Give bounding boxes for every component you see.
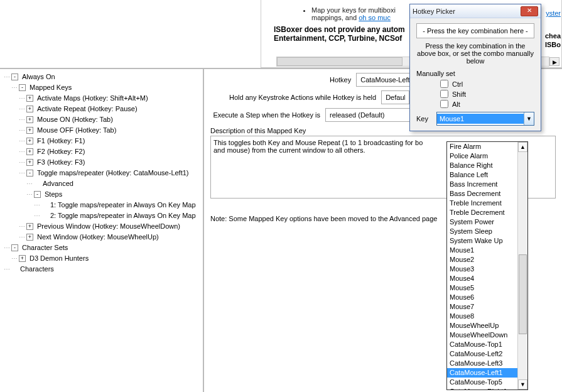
tree-label: F1 (Hotkey: F1) (36, 136, 86, 146)
hold-field[interactable] (381, 90, 409, 104)
doc-scroll-right[interactable]: ▶ (549, 57, 559, 66)
dropdown-option[interactable]: CataMouse-Left2 (447, 349, 527, 359)
tree-item[interactable]: ⋯+Previous Window (Hotkey: MouseWheelDow… (4, 221, 203, 232)
tree-item[interactable]: ⋯2: Toggle maps/repeater in Always On Ke… (4, 210, 203, 221)
doc-link[interactable]: oh so muc (359, 14, 391, 21)
tree-item[interactable]: ⋯+D3 Demon Hunters (4, 253, 203, 264)
doc-cutoff-link[interactable]: yster (546, 9, 561, 17)
tree-item[interactable]: ⋯+F3 (Hotkey: F3) (4, 157, 203, 168)
tree-toggle-icon[interactable]: + (26, 223, 33, 230)
tree-item[interactable]: ⋯Characters (4, 264, 203, 275)
dropdown-option[interactable]: MouseWheelDown (447, 330, 527, 340)
tree-label: Characters (19, 264, 55, 274)
doc-cutoff2: ISBo (545, 41, 561, 48)
tree-item[interactable]: ⋯+Mouse ON (Hotkey: Tab) (4, 114, 203, 125)
tree-label: Activate Maps (Hotkey: Shift+Alt+M) (36, 94, 149, 103)
dropdown-scrollbar[interactable]: ▲ ▼ (517, 142, 527, 389)
tree-item[interactable]: ⋯+Activate Repeat (Hotkey: Pause) (4, 104, 203, 114)
tree-label: Mouse ON (Hotkey: Tab) (36, 115, 114, 124)
dropdown-option[interactable]: System Wake Up (447, 236, 527, 246)
key-combo[interactable]: Mouse1 ▼ (436, 112, 534, 126)
dropdown-option[interactable]: CataMouse-Left3 (447, 359, 527, 368)
tree-item[interactable]: ⋯1: Toggle maps/repeater in Always On Ke… (4, 200, 203, 210)
tree-label: Character Sets (21, 243, 69, 253)
scroll-thumb[interactable] (519, 254, 527, 334)
exec-label: Execute a Step when the Hotkey is (210, 111, 320, 119)
tree-toggle-icon[interactable]: + (26, 234, 33, 241)
tree-toggle-icon[interactable]: + (26, 106, 33, 112)
doc-scroll-thumb[interactable] (277, 57, 403, 66)
dropdown-option[interactable]: Mouse6 (447, 293, 527, 302)
dialog-hint: Press the key combination in the above b… (416, 42, 534, 65)
doc-bullet-suffix: mappings, and (311, 14, 359, 21)
dropdown-option[interactable]: Bass Increment (447, 180, 527, 189)
tree-toggle-icon[interactable]: - (11, 244, 18, 251)
dropdown-option[interactable]: Police Alarm (447, 151, 527, 161)
tree-toggle-icon[interactable]: - (26, 170, 33, 177)
dropdown-option[interactable]: Mouse7 (447, 302, 527, 312)
tree-toggle-icon[interactable]: + (19, 255, 26, 262)
shift-checkbox[interactable] (440, 90, 448, 98)
tree-toggle-icon[interactable]: + (26, 95, 33, 102)
tree-item[interactable]: ⋯+F2 (Hotkey: F2) (4, 146, 203, 157)
doc-line1: ISBoxer does not provide any autom (274, 25, 405, 34)
key-dropdown-list[interactable]: Fire AlarmPolice AlarmBalance RightBalan… (446, 141, 528, 390)
tree-item[interactable]: ⋯+Next Window (Hotkey: MouseWheelUp) (4, 232, 203, 242)
dropdown-option[interactable]: Mouse2 (447, 255, 527, 264)
tree-toggle-icon[interactable]: + (26, 127, 33, 134)
dropdown-option[interactable]: Mouse4 (447, 274, 527, 283)
dropdown-option[interactable]: Mouse1 (447, 246, 527, 255)
shift-label: Shift (452, 90, 466, 98)
dropdown-option[interactable]: Bass Decrement (447, 189, 527, 199)
dropdown-option[interactable]: System Sleep (447, 227, 527, 236)
tree-item[interactable]: ⋯-Always On (4, 72, 203, 82)
tree-item[interactable]: ⋯+Activate Maps (Hotkey: Shift+Alt+M) (4, 93, 203, 104)
dropdown-option[interactable]: Mouse5 (447, 283, 527, 293)
dropdown-option[interactable]: CataMouse-Left1 (447, 368, 527, 378)
alt-checkbox[interactable] (440, 100, 448, 108)
tree-label: 1: Toggle maps/repeater in Always On Key… (49, 200, 197, 210)
press-combo-input[interactable] (416, 23, 534, 38)
tree-item[interactable]: ⋯+Mouse OFF (Hotkey: Tab) (4, 125, 203, 136)
tree-label: Mouse OFF (Hotkey: Tab) (36, 126, 117, 135)
tree-toggle-icon[interactable]: - (19, 84, 26, 91)
exec-field[interactable] (325, 108, 413, 122)
dropdown-option[interactable]: MouseWheelUp (447, 321, 527, 330)
tree-label: F3 (Hotkey: F3) (36, 158, 86, 167)
dropdown-option[interactable]: Mouse3 (447, 264, 527, 274)
dropdown-option[interactable]: CataMouse-Top1 (447, 340, 527, 349)
ctrl-checkbox[interactable] (440, 80, 448, 88)
tree-item[interactable]: ⋯Advanced (4, 178, 203, 189)
tree-toggle-icon[interactable]: - (34, 191, 41, 198)
tree-label: Next Window (Hotkey: MouseWheelUp) (36, 232, 160, 242)
tree-toggle-icon[interactable]: + (26, 148, 33, 155)
tree-toggle-icon[interactable]: + (26, 116, 33, 123)
dropdown-option[interactable]: CataMouse-Right1 (447, 387, 527, 390)
key-combo-value: Mouse1 (437, 114, 524, 124)
dropdown-option[interactable]: System Power (447, 217, 527, 227)
chevron-down-icon[interactable]: ▼ (524, 112, 534, 125)
dropdown-option[interactable]: Treble Decrement (447, 208, 527, 217)
manually-set-label: Manually set (416, 70, 534, 77)
tree-label: D3 Demon Hunters (28, 254, 90, 263)
tree-panel: ⋯-Always On⋯-Mapped Keys⋯+Activate Maps … (0, 69, 204, 392)
dropdown-option[interactable]: Mouse8 (447, 312, 527, 321)
dialog-titlebar[interactable]: Hotkey Picker ✕ (410, 4, 541, 18)
tree-item[interactable]: ⋯-Mapped Keys (4, 82, 203, 93)
dropdown-option[interactable]: CataMouse-Top5 (447, 378, 527, 387)
dropdown-option[interactable]: Treble Increment (447, 199, 527, 208)
scroll-down-icon[interactable]: ▼ (518, 379, 527, 389)
tree-toggle-icon[interactable]: + (26, 138, 33, 144)
dropdown-option[interactable]: Balance Right (447, 161, 527, 170)
ctrl-label: Ctrl (452, 80, 463, 88)
tree-item[interactable]: ⋯-Toggle maps/repeater (Hotkey: CataMous… (4, 168, 203, 178)
scroll-up-icon[interactable]: ▲ (518, 142, 527, 152)
tree-item[interactable]: ⋯+F1 (Hotkey: F1) (4, 136, 203, 146)
dropdown-option[interactable]: Balance Left (447, 170, 527, 180)
close-icon[interactable]: ✕ (521, 6, 538, 16)
tree-toggle-icon[interactable]: + (26, 159, 33, 166)
tree-item[interactable]: ⋯-Character Sets (4, 242, 203, 253)
tree-toggle-icon[interactable]: - (11, 74, 18, 80)
tree-item[interactable]: ⋯-Steps (4, 189, 203, 200)
dropdown-option[interactable]: Fire Alarm (447, 142, 527, 151)
